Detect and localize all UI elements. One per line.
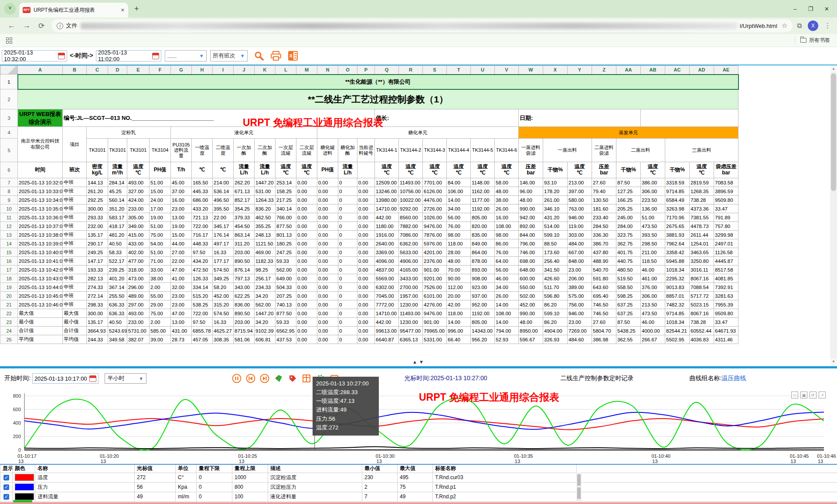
cell[interactable]: 686.00 (192, 196, 213, 204)
column-header[interactable]: I (213, 66, 234, 75)
cell[interactable]: 892.00 (519, 222, 543, 231)
cell[interactable]: 0.00 (357, 187, 375, 196)
cell[interactable]: 454.50 (234, 222, 255, 231)
cell[interactable]: 272.14 (87, 292, 108, 300)
cell[interactable]: 值长: (375, 109, 519, 127)
cell[interactable]: 51.00 (150, 248, 171, 257)
cell[interactable]: 318.00 (127, 266, 150, 274)
cell[interactable]: 一次加酶 (234, 139, 255, 162)
cell[interactable]: 中班 (63, 213, 87, 222)
cell[interactable]: 461.00 (641, 274, 665, 283)
cell[interactable]: 22.00 (171, 257, 192, 266)
cell[interactable]: 20.00 (447, 292, 471, 300)
cell[interactable]: 698.00 (519, 257, 543, 266)
cell[interactable]: 合计值 (63, 327, 87, 335)
cell[interactable]: 干物% (543, 162, 568, 178)
cell[interactable]: 1264.33 (255, 196, 276, 204)
column-header[interactable]: C (87, 66, 108, 75)
cell[interactable]: 流量 L/h (234, 162, 255, 178)
cell[interactable]: 343.00 (234, 283, 255, 292)
cell[interactable]: 9714.85 (665, 187, 690, 196)
cell[interactable]: 118.00 (447, 239, 471, 248)
cell[interactable]: 温度 ℃ (471, 162, 495, 178)
menu-dots-icon[interactable]: ⋮ (824, 22, 831, 30)
cell[interactable]: 536.14 (213, 187, 234, 196)
cell[interactable]: 16.33 (213, 318, 234, 327)
cell[interactable]: 848.00 (568, 257, 592, 266)
cell[interactable]: 284.50 (592, 222, 616, 231)
cell[interactable]: 一喷温度 (192, 139, 213, 162)
cell[interactable]: 562.00 (276, 266, 296, 274)
column-header[interactable]: AA (616, 66, 641, 75)
cell[interactable]: 298.33 (87, 300, 108, 309)
cell[interactable]: 600.00 (519, 274, 543, 283)
cell[interactable]: 248.13 (255, 231, 276, 239)
cell[interactable]: 437.80 (592, 248, 616, 257)
cell[interactable]: 431.20 (543, 213, 568, 222)
interval-select[interactable]: 半小时▼ (105, 373, 146, 384)
cell[interactable]: 6584.49 (665, 196, 690, 204)
cell[interactable]: 290.17 (87, 239, 108, 248)
cell[interactable]: 9476.00 (423, 309, 447, 318)
cell[interactable]: 2295.32 (665, 274, 690, 283)
cell[interactable]: 55.00 (150, 292, 171, 300)
cell[interactable]: 239.25 (108, 266, 127, 274)
cell[interactable]: 2025-01-13 10:45:00 (18, 292, 63, 300)
cell[interactable]: 0.00 (317, 222, 338, 231)
cell[interactable]: TK3144-6 (495, 139, 519, 162)
cell[interactable]: 484.00 (568, 239, 592, 248)
cell[interactable]: 296.00 (127, 283, 150, 292)
cell[interactable]: 11493.00 (399, 309, 423, 318)
cell[interactable]: 401.75 (616, 248, 641, 257)
cell[interactable]: 7170.96 (665, 213, 690, 222)
cell[interactable]: 1180.00 (375, 222, 399, 231)
cell[interactable]: 0.00 (357, 239, 375, 248)
curve-group-link[interactable]: 温压曲线 (721, 375, 746, 382)
cell[interactable]: 7381.55 (690, 213, 714, 222)
cell[interactable]: 24.00 (150, 196, 171, 204)
cell[interactable]: 591.80 (592, 274, 616, 283)
cell[interactable]: 349.25 (213, 274, 234, 283)
cell[interactable]: TK3144-1 (375, 139, 399, 162)
cell[interactable]: 二次加酶 (255, 139, 276, 162)
cell[interactable]: 575.00 (568, 292, 592, 300)
cell[interactable]: 522.17 (108, 257, 127, 266)
cell[interactable]: 二次层流罐 (296, 139, 317, 162)
cell[interactable]: 434.20 (192, 257, 213, 266)
cell[interactable]: 0.00 (296, 283, 317, 292)
cell[interactable]: 0 (338, 248, 357, 257)
cell[interactable]: 40.50 (108, 239, 127, 248)
cell[interactable]: 中班 (63, 300, 87, 309)
cell[interactable]: 206.00 (568, 274, 592, 283)
cell[interactable]: PH值 (317, 162, 338, 178)
cell[interactable]: 2.00 (150, 283, 171, 292)
cell[interactable]: 温度 ℃ (127, 162, 150, 178)
cell[interactable]: 76.00 (447, 222, 471, 231)
cell[interactable]: 397.00 (568, 187, 592, 196)
cell[interactable]: 7526.00 (423, 283, 447, 292)
cell[interactable]: 245.00 (616, 213, 641, 222)
cell[interactable]: 127.25 (616, 187, 641, 196)
cell[interactable]: 48.00 (519, 318, 543, 327)
cell[interactable]: 2025-01-13 10:37:00 (18, 222, 63, 231)
cell[interactable]: 437.53 (276, 335, 296, 344)
cell[interactable]: 0.00 (357, 196, 375, 204)
cell[interactable]: 311.20 (234, 239, 255, 248)
close-button[interactable]: ✕ (824, 6, 829, 12)
cell[interactable]: 292.25 (87, 196, 108, 204)
cell[interactable]: 7045.00 (375, 292, 399, 300)
cell[interactable]: 8067.16 (690, 309, 714, 318)
cell[interactable]: 3463.65 (690, 248, 714, 257)
cell[interactable]: 9292.00 (399, 204, 423, 213)
cell[interactable]: 308.35 (213, 335, 234, 344)
cell[interactable]: 118.50 (641, 257, 665, 266)
column-header[interactable]: W (519, 66, 543, 75)
cell[interactable]: 349.00 (127, 222, 150, 231)
row-header[interactable]: 17 (0, 266, 18, 274)
cell[interactable]: 0 (338, 213, 357, 222)
cell[interactable]: 2819.59 (690, 178, 714, 187)
cell[interactable]: 671.13 (234, 187, 255, 196)
cell[interactable]: 7955.39 (714, 300, 738, 309)
maximize-button[interactable]: ❐ (808, 6, 813, 12)
cell[interactable]: TK3144-3 (423, 139, 447, 162)
